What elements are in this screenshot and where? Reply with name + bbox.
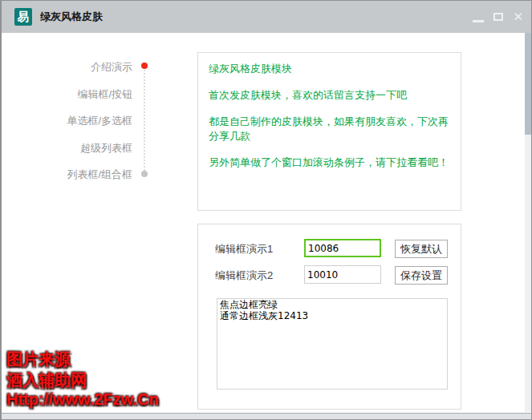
intro-paragraph: 都是自己制作的皮肤模块，如果有朋友喜欢，下次再分享几款 (209, 115, 454, 143)
window-bottom-frame (2, 413, 531, 419)
end-nav-dot-icon (141, 171, 148, 177)
nav-timeline-line (144, 67, 145, 174)
titlebar[interactable]: 易 绿灰风格皮肤 ✕ (2, 1, 531, 33)
form-panel: 编辑框演示1 恢复默认 编辑框演示2 保存设置 焦点边框亮绿 通常边框浅灰124… (197, 224, 461, 410)
sidebar-item-listbox-combobox[interactable]: 列表框/组合框 (18, 161, 132, 188)
editbox2-input[interactable] (304, 265, 381, 284)
intro-paragraph: 首次发皮肤模块，喜欢的话留言支持一下吧 (209, 88, 454, 103)
sidebar-nav: 介绍演示 编辑框/按钮 单选框/多选框 超级列表框 列表框/组合框 (18, 54, 132, 188)
maximize-icon[interactable] (493, 13, 503, 21)
editbox1-label: 编辑框演示1 (215, 242, 273, 256)
restore-default-button[interactable]: 恢复默认 (395, 240, 448, 258)
sidebar-item-radio-checkbox[interactable]: 单选框/多选框 (18, 107, 132, 135)
app-logo-icon: 易 (14, 8, 32, 26)
notes-textarea[interactable]: 焦点边框亮绿 通常边框浅灰12413 (217, 298, 448, 390)
sidebar-item-super-listbox[interactable]: 超级列表框 (18, 135, 132, 162)
window-controls: ✕ (473, 1, 523, 33)
watermark-line-sitename: 酒入辅助网 (6, 370, 87, 391)
intro-panel: 绿灰风格皮肤模块 首次发皮肤模块，喜欢的话留言支持一下吧 都是自己制作的皮肤模块… (197, 52, 461, 211)
intro-paragraph: 另外简单做了个窗口加滚动条例子，请下拉看看吧！ (209, 155, 454, 170)
editbox2-label: 编辑框演示2 (215, 269, 273, 283)
editbox1-input[interactable] (304, 239, 381, 257)
sidebar-item-intro-demo[interactable]: 介绍演示 (18, 54, 132, 81)
save-settings-button[interactable]: 保存设置 (395, 266, 448, 285)
intro-paragraph: 绿灰风格皮肤模块 (209, 62, 454, 76)
watermark-line-url: Http://www.2Fzw.Cn (6, 390, 159, 409)
minimize-icon[interactable] (473, 20, 484, 22)
window-title: 绿灰风格皮肤 (40, 1, 103, 33)
active-nav-dot-icon (141, 63, 148, 69)
app-window: 易 绿灰风格皮肤 ✕ 介绍演示 编辑框/按钮 单选框/多选框 超级列表框 列表框… (0, 0, 532, 420)
close-icon[interactable]: ✕ (513, 1, 523, 33)
watermark-line-source: 图片来源 (6, 349, 71, 370)
sidebar-item-editbox-button[interactable]: 编辑框/按钮 (18, 81, 132, 108)
vertical-scrollbar-thumb[interactable] (525, 33, 531, 135)
